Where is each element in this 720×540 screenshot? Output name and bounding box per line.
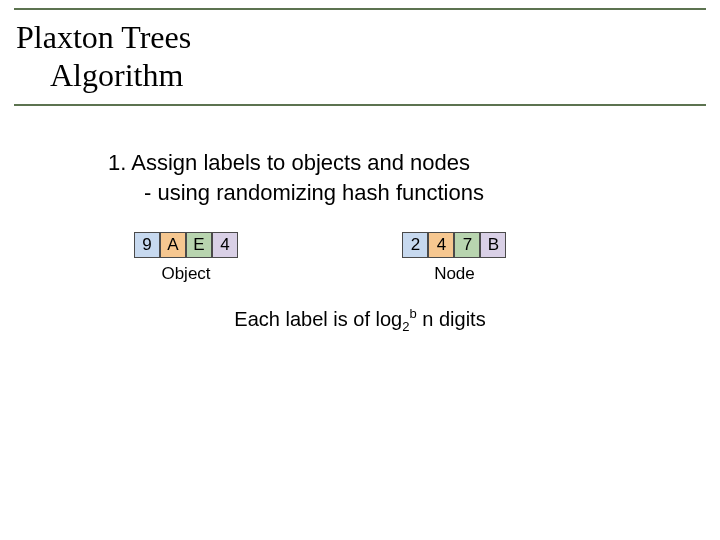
node-block: 2 4 7 B Node	[402, 232, 506, 284]
node-caption: Node	[402, 264, 506, 284]
node-cell-2: 7	[454, 232, 480, 258]
title-rule-top	[14, 8, 706, 10]
label-blocks-row: 9 A E 4 Object 2 4 7 B Node	[134, 232, 654, 284]
object-cell-0: 9	[134, 232, 160, 258]
step-sub: - using randomizing hash functions	[108, 178, 648, 208]
footnote-sup: b	[409, 306, 416, 321]
node-cell-1: 4	[428, 232, 454, 258]
object-cell-1: A	[160, 232, 186, 258]
object-cell-3: 4	[212, 232, 238, 258]
object-block: 9 A E 4 Object	[134, 232, 238, 284]
node-cell-3: B	[480, 232, 506, 258]
footnote-suffix: n digits	[417, 308, 486, 330]
node-cell-0: 2	[402, 232, 428, 258]
object-cell-2: E	[186, 232, 212, 258]
step-main: 1. Assign labels to objects and nodes	[108, 148, 648, 178]
slide-title: Plaxton Trees Algorithm	[16, 18, 191, 94]
slide-body: 1. Assign labels to objects and nodes - …	[108, 148, 648, 208]
slide: Plaxton Trees Algorithm 1. Assign labels…	[0, 0, 720, 540]
title-line-2: Algorithm	[16, 56, 191, 94]
node-cells: 2 4 7 B	[402, 232, 506, 258]
title-rule-bottom	[14, 104, 706, 106]
object-caption: Object	[134, 264, 238, 284]
title-line-1: Plaxton Trees	[16, 18, 191, 56]
footnote: Each label is of log2b n digits	[0, 306, 720, 334]
object-cells: 9 A E 4	[134, 232, 238, 258]
footnote-prefix: Each label is of log	[234, 308, 402, 330]
